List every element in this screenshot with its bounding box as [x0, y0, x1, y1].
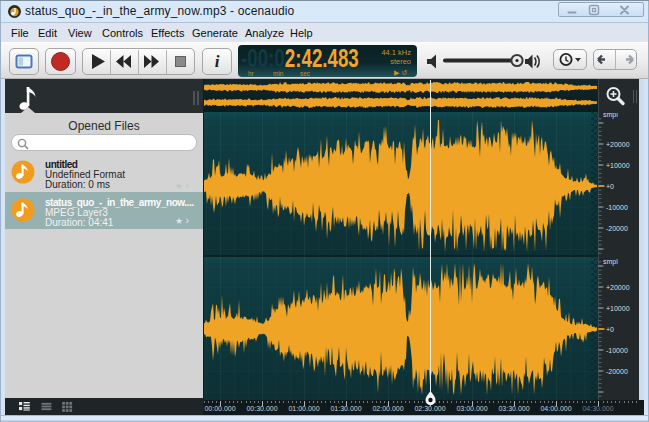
svg-text:+0: +0 — [606, 183, 614, 190]
svg-text:02:00.000: 02:00.000 — [372, 405, 403, 412]
svg-text:01:30.000: 01:30.000 — [330, 405, 361, 412]
svg-text:02:30.000: 02:30.000 — [414, 405, 445, 412]
svg-text:+10000: +10000 — [606, 305, 630, 312]
svg-text:04:00.000: 04:00.000 — [540, 405, 571, 412]
svg-text:-10000: -10000 — [606, 204, 628, 211]
svg-text:04:30.000: 04:30.000 — [582, 405, 613, 412]
svg-text:-10000: -10000 — [606, 347, 628, 354]
svg-text:+0: +0 — [606, 326, 614, 333]
svg-text:03:30.000: 03:30.000 — [498, 405, 529, 412]
svg-text:smpl: smpl — [603, 258, 618, 266]
svg-text:-20000: -20000 — [606, 225, 628, 232]
svg-text:i: i — [215, 52, 220, 71]
svg-text:+10000: +10000 — [606, 162, 630, 169]
svg-text:03:00.000: 03:00.000 — [456, 405, 487, 412]
svg-text:01:00.000: 01:00.000 — [288, 405, 319, 412]
svg-text:+20000: +20000 — [606, 141, 630, 148]
svg-text:-20000: -20000 — [606, 368, 628, 375]
svg-text:00:00.000: 00:00.000 — [204, 405, 235, 412]
svg-text:+20000: +20000 — [606, 284, 630, 291]
svg-text:00:30.000: 00:30.000 — [246, 405, 277, 412]
